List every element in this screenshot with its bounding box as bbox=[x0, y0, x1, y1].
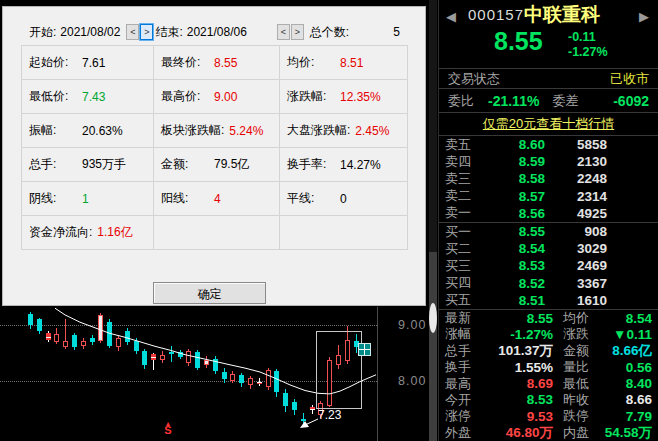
dialog-cell bbox=[280, 216, 408, 250]
stat-label: 今开 bbox=[445, 391, 481, 409]
dialog-cell: 大盘涨跌幅:2.45% bbox=[280, 114, 408, 148]
next-stock-arrow-icon[interactable]: ▶ bbox=[639, 9, 649, 24]
ask-row[interactable]: 卖三8.582248 bbox=[439, 170, 658, 187]
low-annotation: 7.23 bbox=[318, 408, 341, 422]
bid-row[interactable]: 买三8.532469 bbox=[439, 257, 658, 274]
ok-button[interactable]: 确定 bbox=[153, 282, 266, 304]
stat-value: 46.80万 bbox=[481, 424, 553, 441]
weicha-value: -6092 bbox=[578, 93, 649, 109]
stat-value: 8.54 bbox=[603, 311, 652, 326]
scrollbar-thumb[interactable] bbox=[429, 252, 437, 441]
dialog-cell: 最终价:8.55 bbox=[154, 46, 280, 80]
stat-label: 昨收 bbox=[563, 391, 603, 409]
dialog-cell: 最高价:9.00 bbox=[154, 80, 280, 114]
bid-row[interactable]: 买四8.523367 bbox=[439, 275, 658, 292]
bid-volume: 3029 bbox=[545, 241, 607, 256]
prev-stock-arrow-icon[interactable]: ◀ bbox=[446, 9, 456, 24]
start-date-prev-button[interactable]: < bbox=[126, 24, 139, 40]
candlestick-chart[interactable]: 9.008.007.23▴S bbox=[0, 307, 438, 441]
end-date-prev-button[interactable]: < bbox=[277, 24, 290, 40]
stat-value: 0.56 bbox=[603, 360, 652, 375]
ask-volume: 4925 bbox=[545, 206, 607, 221]
dialog-cell: 平线:0 bbox=[280, 182, 408, 216]
weibi-label: 委比 bbox=[448, 92, 474, 110]
cell-label: 资金净流向: bbox=[29, 224, 92, 241]
ask-row[interactable]: 卖五8.605858 bbox=[439, 136, 658, 153]
stat-label: 涨停 bbox=[445, 407, 481, 425]
bid-row[interactable]: 买二8.543029 bbox=[439, 240, 658, 257]
bid-volume: 908 bbox=[545, 224, 607, 239]
dialog-cell: 阳线:4 bbox=[154, 182, 280, 216]
dialog-cell: 涨跌幅:12.35% bbox=[280, 80, 408, 114]
stat-value: 8.66 bbox=[603, 392, 652, 407]
cell-value: 1 bbox=[82, 192, 89, 206]
ask-row[interactable]: 卖一8.564925 bbox=[439, 205, 658, 222]
ask-price: 8.58 bbox=[481, 171, 545, 186]
start-date-value: 2021/08/02 bbox=[60, 25, 120, 39]
ask-price: 8.56 bbox=[481, 206, 545, 221]
crosshair-cursor bbox=[358, 343, 371, 356]
stat-label: 最低 bbox=[563, 375, 603, 393]
cell-label: 大盘涨跌幅: bbox=[287, 122, 350, 139]
stat-label: 最新 bbox=[445, 309, 481, 327]
weicha-label: 委差 bbox=[552, 92, 578, 110]
selection-rect bbox=[316, 331, 362, 409]
total-count-label: 总个数: bbox=[310, 24, 349, 41]
stat-value: 54.58万 bbox=[603, 424, 652, 441]
stat-value: -1.27% bbox=[481, 327, 553, 342]
cell-value: 8.55 bbox=[214, 56, 237, 70]
change-value: -0.11 bbox=[568, 30, 596, 44]
last-price: 8.55 bbox=[494, 27, 543, 56]
bid-price: 8.54 bbox=[481, 241, 545, 256]
stat-value: 8.55 bbox=[481, 311, 553, 326]
ask-volume: 5858 bbox=[545, 137, 607, 152]
ask-volume: 2314 bbox=[545, 189, 607, 204]
bid-volume: 2469 bbox=[545, 258, 607, 273]
panel-splitter-handle[interactable] bbox=[429, 303, 437, 333]
stat-value: 7.79 bbox=[603, 409, 652, 424]
cell-label: 平线: bbox=[287, 190, 335, 207]
bid-row[interactable]: 买五8.511610 bbox=[439, 292, 658, 309]
cell-value: 7.61 bbox=[82, 56, 105, 70]
ask-volume: 2130 bbox=[545, 154, 607, 169]
cell-label: 起始价: bbox=[29, 54, 77, 71]
cell-value: 4 bbox=[214, 192, 221, 206]
chart-scrollbar[interactable] bbox=[429, 0, 437, 441]
bid-volume: 1610 bbox=[545, 293, 607, 308]
stat-label: 涨幅 bbox=[445, 325, 481, 343]
ask-price: 8.57 bbox=[481, 189, 545, 204]
trade-status-value: 已收市 bbox=[610, 70, 649, 88]
ask-price: 8.59 bbox=[481, 154, 545, 169]
statistics-dialog: 开始: 2021/08/02 < > 结束: 2021/08/06 < > 总个… bbox=[2, 6, 426, 306]
ask-book: 卖五8.605858卖四8.592130卖三8.582248卖二8.572314… bbox=[439, 136, 658, 222]
ask-row[interactable]: 卖二8.572314 bbox=[439, 188, 658, 205]
bid-price: 8.53 bbox=[481, 258, 545, 273]
stat-row: 涨幅-1.27%涨跌▼0.11 bbox=[439, 326, 658, 342]
cell-label: 板块涨跌幅: bbox=[161, 122, 224, 139]
ask-level-label: 卖三 bbox=[445, 170, 481, 188]
ask-level-label: 卖二 bbox=[445, 187, 481, 205]
bid-level-label: 买一 bbox=[445, 223, 481, 241]
stat-label: 换手 bbox=[445, 358, 481, 376]
cell-label: 阴线: bbox=[29, 190, 77, 207]
bid-row[interactable]: 买一8.55908 bbox=[439, 223, 658, 240]
stat-value: 8.66亿 bbox=[603, 342, 652, 360]
level10-link[interactable]: 仅需20元查看十档行情 bbox=[483, 116, 614, 131]
ask-level-label: 卖五 bbox=[445, 136, 481, 154]
stats-section: 最新8.55均价8.54涨幅-1.27%涨跌▼0.11总手101.37万金额8.… bbox=[439, 310, 658, 441]
stat-label: 内盘 bbox=[563, 424, 603, 441]
quote-header: ◀ 000157 中联重科 ▶ 8.55 -0.11 -1.27% bbox=[439, 0, 658, 68]
cell-label: 阳线: bbox=[161, 190, 209, 207]
stat-value: 101.37万 bbox=[481, 342, 553, 360]
bid-price: 8.52 bbox=[481, 276, 545, 291]
level10-promo-row: 仅需20元查看十档行情 bbox=[439, 113, 658, 136]
cell-value: 2.45% bbox=[355, 124, 389, 138]
stat-label: 均价 bbox=[563, 309, 603, 327]
stat-value: 8.53 bbox=[481, 392, 553, 407]
dialog-cell: 总手:935万手 bbox=[22, 148, 154, 182]
ask-row[interactable]: 卖四8.592130 bbox=[439, 153, 658, 170]
stat-row: 今开8.53昨收8.66 bbox=[439, 392, 658, 408]
start-date-next-button[interactable]: > bbox=[140, 24, 153, 40]
end-date-next-button[interactable]: > bbox=[291, 24, 304, 40]
end-date-value: 2021/08/06 bbox=[187, 25, 247, 39]
